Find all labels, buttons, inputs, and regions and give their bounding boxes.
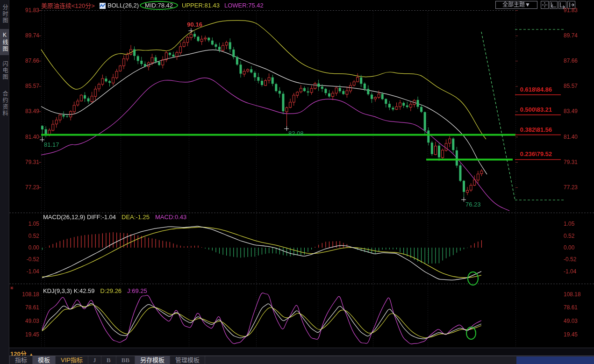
tab-indicators[interactable]: 指标: [9, 356, 33, 364]
sidebar-tab-flash[interactable]: 闪电图: [0, 58, 9, 83]
indicator-icon: [100, 2, 106, 8]
price-marker-label: 81.17: [44, 142, 59, 148]
price-marker-label: 76.23: [465, 202, 481, 207]
y-axis-tick: 87.66: [564, 58, 578, 64]
macd-axis-tick: 0.00: [10, 245, 39, 250]
fib-level-label: 0.618\84.86: [510, 87, 562, 93]
kdj-header: KDJ(9,3,3) K:42.59D:29.26J:69.25: [43, 287, 147, 294]
y-axis-tick: 77.23: [10, 185, 39, 190]
macd-dea-value: DEA:-1.25: [122, 214, 150, 221]
y-axis-tick: 85.57: [564, 83, 578, 89]
y-axis-tick: 79.31: [10, 159, 39, 165]
left-sidebar: 分时图 K线图 闪电图 合约资料: [0, 0, 9, 364]
chart-canvas[interactable]: [0, 0, 594, 364]
price-marker-label: 82.08: [288, 131, 304, 136]
y-axis-tick: 81.40: [564, 134, 578, 140]
y-axis-tick: 83.49: [564, 108, 578, 114]
kdj-axis-tick: 78.61: [564, 305, 578, 310]
tab-save-template[interactable]: 另存模板: [135, 356, 170, 364]
bottom-right-strip: [516, 357, 594, 364]
y-axis-tick: 87.66: [10, 58, 39, 64]
y-axis-tick: 77.23: [564, 185, 578, 190]
fib-level-label: 0.382\81.56: [510, 127, 562, 133]
boll-upper-value: UPPER:81.43: [182, 2, 220, 9]
y-axis-tick: 85.57: [10, 83, 39, 89]
macd-axis-tick: 0.52: [564, 233, 574, 239]
tab-bb[interactable]: BB: [116, 356, 135, 364]
boll-mid-value: MID:78.42: [140, 1, 178, 10]
kdj-axis-tick: 49.03: [564, 318, 578, 324]
kdj-j-value: J:69.25: [127, 287, 147, 294]
macd-axis-tick: 1.05: [564, 221, 574, 227]
fib-level-label: 0.236\79.52: [510, 151, 562, 157]
kdj-d-value: D:29.26: [100, 287, 122, 294]
kdj-axis-tick: 49.03: [10, 318, 39, 324]
tab-vip-indicators[interactable]: VIP指标: [56, 356, 88, 364]
kdj-axis-tick: 78.61: [10, 305, 39, 310]
kdj-axis-tick: 19.45: [564, 332, 578, 337]
fib-level-label: 0.500\83.21: [510, 107, 562, 113]
kdj-axis-tick: 19.45: [10, 332, 39, 337]
kdj-axis-tick: 108.18: [10, 292, 39, 297]
macd-axis-tick: -1.04: [564, 269, 576, 274]
macd-macd-value: MACD:0.43: [155, 214, 186, 221]
macd-axis-tick: -0.52: [564, 257, 576, 262]
sidebar-tab-kline[interactable]: K线图: [0, 29, 9, 55]
macd-axis-tick: -0.52: [10, 257, 39, 262]
price-marker-label: 90.16: [187, 22, 202, 28]
macd-axis-tick: -1.04: [10, 269, 39, 274]
tab-manage-templates[interactable]: 管理模板: [170, 356, 205, 364]
top-toolbar: 美原油连续<120分> BOLL(26,2) MID:78.42 UPPER:8…: [9, 0, 594, 10]
macd-axis-tick: 1.05: [10, 221, 39, 227]
macd-axis-tick: 0.52: [10, 233, 39, 239]
macd-header: MACD(26,12,9) DIFF:-1.04DEA:-1.25MACD:0.…: [43, 214, 186, 221]
trading-app-window: 分时图 K线图 闪电图 合约资料 美原油连续<120分> BOLL(26,2) …: [0, 0, 594, 364]
y-axis-tick: 81.40: [10, 134, 39, 140]
y-axis-tick: 89.74: [564, 33, 578, 38]
tab-templates[interactable]: 模板: [33, 356, 56, 364]
kdj-k-value: KDJ(9,3,3) K:42.59: [43, 287, 95, 294]
macd-axis-tick: 0.00: [564, 245, 574, 250]
y-axis-tick: 89.74: [10, 33, 39, 38]
boll-params-label: BOLL(26,2): [107, 2, 139, 9]
symbol-title: 美原油连续<120分>: [41, 1, 95, 10]
panel-settings-icon[interactable]: ✳: [10, 285, 14, 291]
sidebar-tab-timeline[interactable]: 分时图: [0, 2, 9, 26]
time-axis-row: 120分▲: [9, 348, 594, 356]
y-axis-tick: 83.49: [10, 108, 39, 114]
bottom-tab-bar: 指标 模板 VIP指标 J B BB 另存模板 管理模板: [9, 356, 594, 364]
kdj-axis-tick: 108.18: [564, 292, 581, 297]
boll-lower-value: LOWER:75.42: [224, 2, 264, 9]
sidebar-tab-contract-info[interactable]: 合约资料: [0, 86, 9, 121]
macd-diff-value: MACD(26,12,9) DIFF:-1.04: [43, 214, 116, 221]
y-axis-tick: 79.31: [564, 159, 578, 165]
tab-b[interactable]: B: [101, 356, 116, 364]
tab-j[interactable]: J: [88, 356, 101, 364]
